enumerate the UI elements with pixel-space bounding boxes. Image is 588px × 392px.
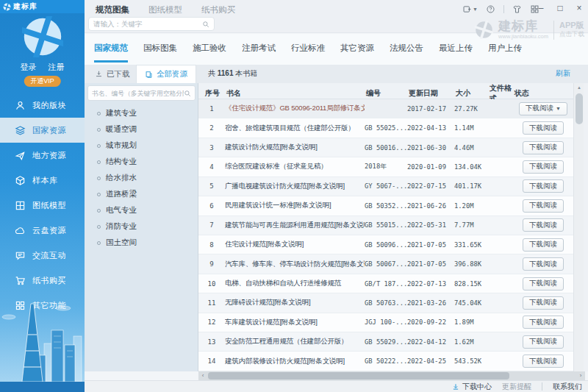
sidebar-item-blueprint[interactable]: 图纸模型 bbox=[0, 193, 85, 218]
minimize-button[interactable]: – bbox=[535, 2, 547, 14]
sidebar-item-label: 图纸模型 bbox=[32, 200, 66, 211]
horizontal-scrollbar[interactable]: ‹ › bbox=[198, 371, 585, 380]
download-read-button[interactable]: 下载阅读▼ bbox=[523, 277, 564, 291]
cell-code: GB 50222... bbox=[365, 357, 407, 365]
download-center-link[interactable]: 下载中心 bbox=[452, 382, 492, 392]
main-tab-6[interactable]: 法规公告 bbox=[390, 43, 423, 63]
download-read-button[interactable]: 下载阅读▼ bbox=[523, 316, 564, 329]
table-row[interactable]: 14 建筑内部装修设计防火规范[附条文说明] GB 50222... 2022-… bbox=[198, 352, 573, 371]
download-read-button[interactable]: 下载阅读▼ bbox=[523, 160, 564, 174]
download-read-button[interactable]: 下载阅读▼ bbox=[523, 238, 564, 252]
category-item[interactable]: 给水排水 bbox=[85, 170, 198, 186]
table-row[interactable]: 10 电梯、自动扶梯和自动人行道维修规范 GB/T 187... 2022-07… bbox=[198, 274, 573, 293]
table-row[interactable]: 6 民用建筑设计统一标准[附条文说明] GB 50352... 2021-06-… bbox=[198, 196, 573, 215]
refresh-link[interactable]: 刷新 bbox=[556, 68, 570, 79]
horizontal-scroll-track[interactable] bbox=[207, 371, 576, 380]
topnav-tab-2[interactable]: 纸书购买 bbox=[201, 4, 235, 15]
topnav-tab-1[interactable]: 图纸模型 bbox=[148, 4, 182, 15]
download-read-button[interactable]: 下载阅读▼ bbox=[523, 121, 564, 135]
table-row[interactable]: 12 车库建筑设计规范[附条文说明] JGJ 100-... 2020-09-2… bbox=[198, 313, 573, 332]
sidebar-item-layers[interactable]: 国家资源 bbox=[0, 118, 85, 143]
maximize-button[interactable]: □ bbox=[554, 2, 566, 14]
search-icon[interactable] bbox=[184, 90, 191, 97]
download-read-button[interactable]: 下载阅读▼ bbox=[523, 335, 564, 349]
download-read-button[interactable]: 下载阅读▼ bbox=[523, 257, 564, 271]
category-item[interactable]: 结构专业 bbox=[85, 154, 198, 170]
main-tab-5[interactable]: 其它资源 bbox=[340, 43, 374, 63]
sidebar-item-map[interactable]: 地方资源 bbox=[0, 143, 85, 168]
category-item[interactable]: 道路桥梁 bbox=[85, 186, 198, 202]
table-header: 序号书名编号更新日期大小文件格式状态 bbox=[198, 83, 573, 99]
main-tab-4[interactable]: 行业标准 bbox=[291, 43, 325, 63]
category-item[interactable]: 消防专业 bbox=[85, 218, 198, 235]
category-item[interactable]: 建筑专业 bbox=[85, 105, 198, 121]
horizontal-scroll-thumb[interactable] bbox=[208, 372, 509, 379]
download-read-button[interactable]: 下载阅读▼ bbox=[523, 199, 564, 213]
download-read-button[interactable]: 下载阅读▼ bbox=[523, 179, 564, 193]
main-tab-1[interactable]: 国标图集 bbox=[143, 43, 177, 63]
main-tab-7[interactable]: 最近上传 bbox=[439, 43, 473, 63]
topnav-tab-0[interactable]: 规范图集 bbox=[96, 4, 129, 15]
sidebar-item-user[interactable]: 我的版块 bbox=[0, 93, 85, 118]
category-item[interactable]: 城市规划 bbox=[85, 138, 198, 154]
category-item[interactable]: 暖通空调 bbox=[85, 121, 198, 138]
category-item[interactable]: 电气专业 bbox=[85, 202, 198, 218]
scroll-left-arrow[interactable]: ‹ bbox=[198, 371, 207, 380]
column-header-2: 编号 bbox=[365, 88, 407, 99]
sidebar: 建标库 登录 注册 开通VIP 我的版块 国家资源 地方资源 样本库 图纸模型 … bbox=[0, 0, 85, 392]
help-icon[interactable] bbox=[486, 4, 495, 14]
table-row[interactable]: 3 建筑设计防火规范[附条文说明] GB 50016... 2021-06-30… bbox=[198, 138, 573, 157]
main-tab-2[interactable]: 施工验收 bbox=[193, 43, 226, 63]
table-row[interactable]: 1 《住宅设计规范》GB 50096-2011局部修订条文及说... 2017-… bbox=[198, 99, 573, 118]
table-row[interactable]: 9 汽车库、修车库、停车场设计防火规范[附条文说明] GB 50067... 2… bbox=[198, 254, 573, 274]
download-read-button[interactable]: 下载阅读▼ bbox=[523, 218, 564, 232]
sidebar-item-label: 地方资源 bbox=[32, 150, 66, 161]
watermark-brand: 建标库 bbox=[498, 20, 548, 33]
sidebar-item-cloud[interactable]: 云盘资源 bbox=[0, 218, 85, 243]
main-tab-3[interactable]: 注册考试 bbox=[242, 43, 276, 63]
category-label: 电气专业 bbox=[106, 205, 137, 215]
global-search-input[interactable] bbox=[93, 20, 202, 28]
cell-size: 1.20M bbox=[454, 202, 488, 210]
table-row[interactable]: 5 广播电视建筑设计防火规范[附条文说明] GY 5067-... 2022-0… bbox=[198, 177, 573, 196]
search-icon[interactable] bbox=[202, 21, 209, 28]
sidebar-item-chat[interactable]: 交流互动 bbox=[0, 243, 85, 268]
close-button[interactable]: × bbox=[573, 2, 585, 14]
download-read-button[interactable]: 下载阅读▼ bbox=[523, 141, 564, 154]
cell-book-title: 宿舍、旅馆建筑项目规范（住建部公开版） bbox=[225, 124, 365, 133]
main-tab-8[interactable]: 用户上传 bbox=[488, 43, 522, 63]
category-item[interactable]: 国土空间 bbox=[85, 235, 198, 251]
download-read-button[interactable]: 下载阅读▼ bbox=[519, 102, 567, 115]
download-read-button[interactable]: 下载阅读▼ bbox=[523, 354, 564, 368]
sidebar-item-cube[interactable]: 样本库 bbox=[0, 168, 85, 193]
cell-size: 1.62M bbox=[454, 338, 488, 346]
vertical-scrollbar[interactable]: ▲ bbox=[573, 83, 584, 371]
skin-icon[interactable] bbox=[512, 4, 522, 14]
table-row[interactable]: 8 住宅设计规范[附条文说明] GB 50096... 2021-07-05 3… bbox=[198, 235, 573, 254]
tab-all-resources[interactable]: 全部资源 bbox=[136, 65, 196, 83]
divider bbox=[553, 21, 554, 40]
vertical-scroll-thumb[interactable] bbox=[576, 93, 583, 124]
scroll-up-arrow[interactable]: ▲ bbox=[574, 85, 584, 90]
table-row[interactable]: 2 宿舍、旅馆建筑项目规范（住建部公开版） GB 55025... 2022-0… bbox=[198, 118, 573, 138]
capture-icon[interactable]: ▼ bbox=[462, 4, 478, 14]
table-row[interactable]: 7 建筑节能与可再生能源利用通用规范[附条文说明] GB 55015... 20… bbox=[198, 216, 573, 235]
update-reminder-link[interactable]: 更新提醒 bbox=[502, 382, 531, 392]
vip-badge[interactable]: 开通VIP bbox=[24, 76, 61, 87]
contact-us-link[interactable]: 联系我们 bbox=[553, 382, 582, 392]
register-link[interactable]: 注册 bbox=[49, 62, 65, 73]
sidebar-item-cart[interactable]: 纸书购买 bbox=[0, 268, 85, 293]
cell-size: 543.52K bbox=[454, 357, 488, 365]
cube-icon bbox=[15, 175, 26, 186]
scroll-right-arrow[interactable]: › bbox=[576, 371, 585, 380]
table-row[interactable]: 11 无障碍设计规范[附条文说明] GB 50763... 2021-03-26… bbox=[198, 293, 573, 313]
table-row[interactable]: 13 安全防范工程通用规范（住建部公开版） GB 55029... 2022-0… bbox=[198, 332, 573, 352]
tab-downloaded[interactable]: 已下载 bbox=[95, 65, 130, 83]
login-link[interactable]: 登录 bbox=[21, 62, 37, 73]
download-read-button[interactable]: 下载阅读▼ bbox=[523, 296, 564, 310]
bullet-icon bbox=[97, 112, 101, 115]
table-row[interactable]: 4 综合医院建设标准（征求意见稿） 2018年 2020-01-09 134.0… bbox=[198, 157, 573, 177]
book-search-input[interactable] bbox=[92, 90, 184, 97]
cell-book-title: 广播电视建筑设计防火规范[附条文说明] bbox=[225, 182, 365, 191]
main-tab-0[interactable]: 国家规范 bbox=[94, 43, 128, 63]
